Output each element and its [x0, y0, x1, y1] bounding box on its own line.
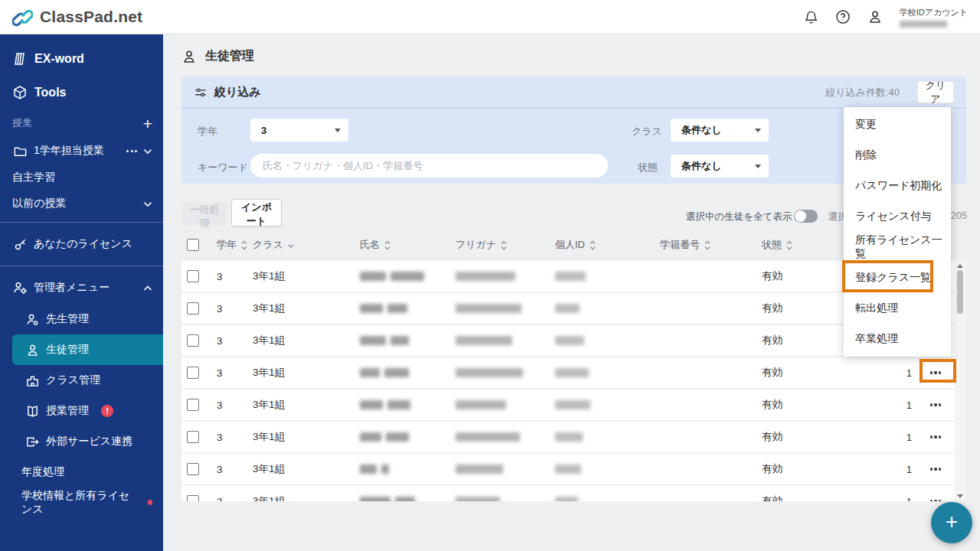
sidebar-item-label: Tools — [34, 86, 66, 99]
personal-id-cell-redacted — [555, 304, 660, 313]
app-logo[interactable]: ClassPad.net — [0, 7, 142, 28]
table-header-row: 学年クラス氏名フリガナ個人ID学籍番号状態 — [181, 233, 955, 256]
sidebar-item-ex-word[interactable]: EX-word — [0, 42, 163, 76]
menu-item[interactable]: 卒業処理 — [844, 324, 951, 354]
row-checkbox[interactable] — [187, 463, 199, 475]
sidebar-item-label: 学校情報と所有ライセンス — [21, 489, 140, 517]
table-row: 33年1組有効1 — [181, 293, 955, 324]
kana-cell-redacted — [456, 304, 555, 313]
sidebar-item-label: 外部サービス連携 — [46, 435, 132, 448]
personal-id-cell-redacted — [555, 497, 660, 501]
license-count-cell: 1 — [893, 464, 916, 475]
column-header[interactable]: 個人ID — [555, 238, 660, 252]
class-cell: 3年1組 — [253, 494, 360, 501]
row-checkbox[interactable] — [187, 302, 199, 315]
open-book-icon — [24, 404, 40, 419]
row-actions-kebab-icon[interactable] — [927, 463, 945, 474]
row-actions-kebab-icon[interactable] — [927, 495, 945, 501]
sidebar-item-admin-menu[interactable]: 管理者メニュー — [0, 272, 163, 304]
sidebar-item-student-management[interactable]: 生徒管理 — [12, 334, 163, 365]
sidebar-item-external-service[interactable]: 外部サービス連携 — [0, 426, 163, 457]
kana-cell-redacted — [456, 432, 555, 442]
row-actions-kebab-icon[interactable] — [927, 431, 945, 442]
scroll-up-arrow-icon[interactable] — [955, 261, 965, 270]
caret-down-icon — [755, 165, 761, 168]
table-scrollbar[interactable] — [955, 260, 965, 501]
account-type-label: 学校IDアカウント — [900, 7, 968, 18]
sidebar-item-tools[interactable]: Tools — [0, 76, 163, 109]
add-student-fab-button[interactable]: + — [931, 502, 972, 543]
select-all-checkbox[interactable] — [187, 239, 199, 251]
row-checkbox[interactable] — [187, 367, 199, 379]
column-header[interactable]: フリガナ — [456, 238, 555, 252]
page-title: 生徒管理 — [181, 48, 254, 64]
license-count-cell: 1 — [893, 432, 916, 443]
table-row: 33年1組有効1 — [181, 486, 955, 501]
row-checkbox[interactable] — [187, 399, 199, 411]
personal-id-cell-redacted — [555, 432, 660, 442]
table-row: 33年1組有効1 — [181, 454, 955, 484]
cube-icon — [12, 85, 28, 100]
sidebar-item-lesson-management[interactable]: 授業管理 ! — [0, 396, 163, 426]
show-selected-toggle-label: 選択中の生徒を全て表示 — [686, 210, 792, 223]
filter-title: 絞り込み — [214, 85, 261, 99]
row-checkbox[interactable] — [187, 334, 199, 347]
account-info[interactable]: 学校IDアカウント — [900, 7, 968, 28]
sidebar-item-previous-lessons[interactable]: 以前の授業 — [0, 191, 163, 217]
sidebar-section-lessons: 授業 + — [0, 109, 163, 137]
column-header[interactable]: クラス — [253, 238, 360, 252]
menu-item[interactable]: パスワード初期化 — [844, 171, 951, 201]
class-label: クラス — [632, 125, 662, 139]
row-actions-kebab-icon[interactable] — [927, 367, 945, 378]
menu-item[interactable]: 変更 — [844, 109, 951, 140]
show-selected-toggle[interactable] — [794, 210, 818, 223]
sort-icon — [241, 240, 247, 250]
folder-options-kebab-icon[interactable] — [126, 150, 137, 152]
grade-select[interactable]: 3 — [250, 119, 348, 142]
menu-item[interactable]: 登録クラス一覧 — [844, 262, 951, 293]
sidebar-item-teacher-management[interactable]: 先生管理 — [0, 304, 163, 334]
class-select[interactable]: 条件なし — [671, 119, 769, 142]
import-button[interactable]: インポート — [231, 199, 282, 227]
kana-cell-redacted — [456, 272, 555, 281]
menu-item[interactable]: 所有ライセンス一覧 — [844, 232, 951, 262]
chevron-down-icon[interactable] — [143, 145, 152, 157]
column-header[interactable]: 氏名 — [360, 238, 456, 252]
sidebar-item-grade1-lessons[interactable]: 1学年担当授業 — [0, 137, 163, 165]
filter-count: 絞り込み件数:40 — [825, 86, 900, 99]
class-cell: 3年1組 — [253, 430, 360, 444]
status-select[interactable]: 条件なし — [671, 155, 769, 178]
help-icon[interactable] — [835, 9, 851, 24]
chevron-up-icon[interactable] — [143, 282, 152, 294]
sidebar-item-your-license[interactable]: あなたのライセンス — [0, 228, 163, 260]
sidebar-item-self-study[interactable]: 自主学習 — [0, 165, 163, 191]
admin-user-gear-icon — [12, 280, 28, 295]
sidebar: EX-word Tools 授業 + 1学年担当授業 自主学習 以前の授業 — [0, 34, 163, 551]
sidebar-item-class-management[interactable]: クラス管理 — [0, 365, 163, 396]
personal-id-cell-redacted — [555, 368, 660, 377]
notification-bell-icon[interactable] — [804, 10, 818, 24]
sidebar-item-year-process[interactable]: 年度処理 — [0, 457, 163, 487]
plus-icon: + — [946, 511, 958, 533]
row-actions-kebab-icon[interactable] — [927, 399, 945, 410]
menu-item[interactable]: ライセンス付与 — [844, 201, 951, 232]
row-checkbox[interactable] — [187, 495, 199, 501]
row-checkbox[interactable] — [187, 270, 199, 282]
column-header[interactable]: 学籍番号 — [660, 238, 762, 252]
grade-cell: 3 — [217, 303, 253, 315]
keyword-input[interactable] — [250, 154, 608, 178]
clear-filter-button[interactable]: クリア — [917, 81, 954, 103]
menu-item[interactable]: 転出処理 — [844, 293, 951, 324]
column-header[interactable]: 学年 — [217, 238, 253, 252]
add-lesson-plus-icon[interactable]: + — [143, 116, 152, 132]
status-cell: 有効 — [762, 494, 893, 501]
sort-icon — [590, 240, 596, 250]
menu-item[interactable]: 削除 — [844, 140, 951, 171]
sidebar-item-school-info[interactable]: 学校情報と所有ライセンス — [0, 487, 163, 518]
row-checkbox[interactable] — [187, 431, 199, 443]
scrollbar-thumb[interactable] — [957, 270, 963, 314]
chevron-down-icon[interactable] — [143, 197, 152, 210]
kana-cell-redacted — [456, 465, 555, 474]
user-account-icon[interactable] — [867, 9, 883, 24]
scroll-down-arrow-icon[interactable] — [955, 491, 965, 500]
